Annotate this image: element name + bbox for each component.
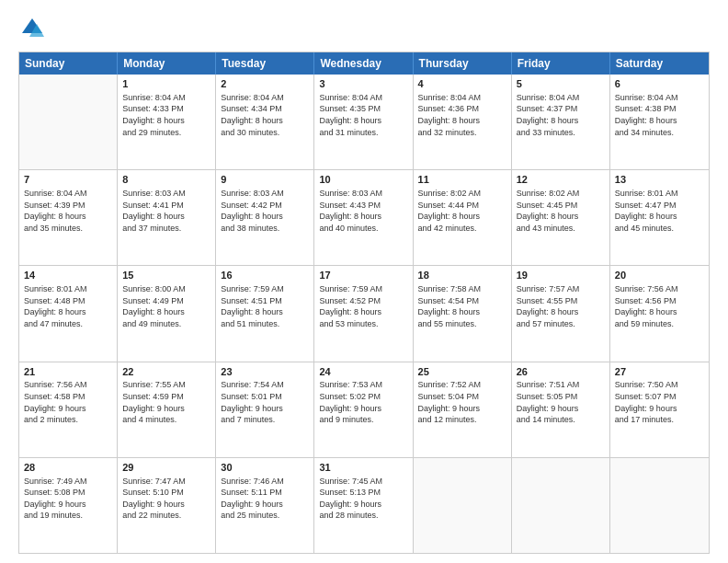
day-info: Sunrise: 7:45 AMSunset: 5:13 PMDaylight:… [319,476,407,522]
day-info: Sunrise: 7:52 AMSunset: 5:04 PMDaylight:… [418,379,506,425]
header [18,15,710,42]
calendar-row-2: 7Sunrise: 8:04 AMSunset: 4:39 PMDaylight… [19,169,709,265]
day-info: Sunrise: 8:03 AMSunset: 4:43 PMDaylight:… [319,188,407,234]
day-number: 31 [319,461,407,475]
day-number: 12 [517,173,605,187]
day-info: Sunrise: 8:04 AMSunset: 4:33 PMDaylight:… [122,92,210,138]
calendar-cell: 14Sunrise: 8:01 AMSunset: 4:48 PMDayligh… [19,266,118,361]
calendar-cell: 18Sunrise: 7:58 AMSunset: 4:54 PMDayligh… [414,266,512,361]
day-info: Sunrise: 8:04 AMSunset: 4:39 PMDaylight:… [24,188,112,234]
calendar-cell: 29Sunrise: 7:47 AMSunset: 5:10 PMDayligh… [118,458,216,553]
calendar-body: 1Sunrise: 8:04 AMSunset: 4:33 PMDaylight… [19,75,709,553]
calendar-cell: 10Sunrise: 8:03 AMSunset: 4:43 PMDayligh… [314,170,413,265]
calendar-cell: 7Sunrise: 8:04 AMSunset: 4:39 PMDaylight… [19,170,118,265]
day-number: 8 [122,173,210,187]
header-day-friday: Friday [512,52,610,75]
day-info: Sunrise: 7:53 AMSunset: 5:02 PMDaylight:… [319,379,407,425]
calendar-cell: 20Sunrise: 7:56 AMSunset: 4:56 PMDayligh… [610,266,709,361]
logo [18,15,50,42]
header-day-sunday: Sunday [19,52,118,75]
day-info: Sunrise: 7:55 AMSunset: 4:59 PMDaylight:… [122,379,210,425]
calendar-cell: 26Sunrise: 7:51 AMSunset: 5:05 PMDayligh… [512,362,610,457]
header-day-thursday: Thursday [414,52,512,75]
day-info: Sunrise: 7:46 AMSunset: 5:11 PMDaylight:… [221,476,309,522]
calendar-cell: 23Sunrise: 7:54 AMSunset: 5:01 PMDayligh… [216,362,314,457]
calendar-cell: 22Sunrise: 7:55 AMSunset: 4:59 PMDayligh… [118,362,216,457]
calendar-cell: 4Sunrise: 8:04 AMSunset: 4:36 PMDaylight… [414,75,512,169]
calendar-row-3: 14Sunrise: 8:01 AMSunset: 4:48 PMDayligh… [19,265,709,361]
day-info: Sunrise: 8:04 AMSunset: 4:34 PMDaylight:… [221,92,309,138]
day-info: Sunrise: 7:59 AMSunset: 4:52 PMDaylight:… [319,283,407,329]
day-number: 7 [24,173,112,187]
day-number: 1 [122,77,210,91]
day-info: Sunrise: 8:03 AMSunset: 4:41 PMDaylight:… [122,188,210,234]
day-number: 27 [615,365,704,379]
calendar-cell [512,458,610,553]
calendar-cell: 30Sunrise: 7:46 AMSunset: 5:11 PMDayligh… [216,458,314,553]
calendar-cell: 8Sunrise: 8:03 AMSunset: 4:41 PMDaylight… [118,170,216,265]
header-day-wednesday: Wednesday [314,52,413,75]
day-number: 28 [24,461,112,475]
calendar-cell: 25Sunrise: 7:52 AMSunset: 5:04 PMDayligh… [414,362,512,457]
day-number: 13 [615,173,704,187]
day-info: Sunrise: 8:04 AMSunset: 4:35 PMDaylight:… [319,92,407,138]
day-info: Sunrise: 7:50 AMSunset: 5:07 PMDaylight:… [615,379,704,425]
calendar-cell: 27Sunrise: 7:50 AMSunset: 5:07 PMDayligh… [610,362,709,457]
calendar-cell: 24Sunrise: 7:53 AMSunset: 5:02 PMDayligh… [314,362,413,457]
day-number: 14 [24,269,112,282]
day-number: 6 [615,77,704,91]
header-day-monday: Monday [118,52,216,75]
day-number: 15 [122,269,210,282]
day-number: 9 [221,173,309,187]
calendar-cell: 21Sunrise: 7:56 AMSunset: 4:58 PMDayligh… [19,362,118,457]
day-number: 19 [517,269,605,282]
day-number: 29 [122,461,210,475]
calendar-row-5: 28Sunrise: 7:49 AMSunset: 5:08 PMDayligh… [19,457,709,553]
day-number: 4 [418,77,506,91]
day-number: 16 [221,269,309,282]
day-info: Sunrise: 8:01 AMSunset: 4:48 PMDaylight:… [24,283,112,329]
day-number: 17 [319,269,407,282]
page: SundayMondayTuesdayWednesdayThursdayFrid… [0,0,728,563]
day-info: Sunrise: 8:02 AMSunset: 4:45 PMDaylight:… [517,188,605,234]
calendar-cell: 11Sunrise: 8:02 AMSunset: 4:44 PMDayligh… [414,170,512,265]
day-info: Sunrise: 8:01 AMSunset: 4:47 PMDaylight:… [615,188,704,234]
day-number: 21 [24,365,112,379]
day-info: Sunrise: 8:02 AMSunset: 4:44 PMDaylight:… [418,188,506,234]
calendar-cell: 28Sunrise: 7:49 AMSunset: 5:08 PMDayligh… [19,458,118,553]
calendar-cell: 3Sunrise: 8:04 AMSunset: 4:35 PMDaylight… [314,75,413,169]
calendar-cell: 9Sunrise: 8:03 AMSunset: 4:42 PMDaylight… [216,170,314,265]
day-info: Sunrise: 7:47 AMSunset: 5:10 PMDaylight:… [122,476,210,522]
calendar-cell: 16Sunrise: 7:59 AMSunset: 4:51 PMDayligh… [216,266,314,361]
day-number: 25 [418,365,506,379]
day-number: 30 [221,461,309,475]
day-info: Sunrise: 7:59 AMSunset: 4:51 PMDaylight:… [221,283,309,329]
calendar-cell: 17Sunrise: 7:59 AMSunset: 4:52 PMDayligh… [314,266,413,361]
calendar-header: SundayMondayTuesdayWednesdayThursdayFrid… [19,52,709,75]
day-number: 24 [319,365,407,379]
calendar-cell: 12Sunrise: 8:02 AMSunset: 4:45 PMDayligh… [512,170,610,265]
logo-icon [18,15,46,42]
day-info: Sunrise: 7:49 AMSunset: 5:08 PMDaylight:… [24,476,112,522]
calendar-cell: 19Sunrise: 7:57 AMSunset: 4:55 PMDayligh… [512,266,610,361]
calendar-cell: 31Sunrise: 7:45 AMSunset: 5:13 PMDayligh… [314,458,413,553]
day-number: 23 [221,365,309,379]
header-day-tuesday: Tuesday [216,52,314,75]
day-number: 10 [319,173,407,187]
calendar-cell: 15Sunrise: 8:00 AMSunset: 4:49 PMDayligh… [118,266,216,361]
calendar: SundayMondayTuesdayWednesdayThursdayFrid… [18,52,710,554]
calendar-row-4: 21Sunrise: 7:56 AMSunset: 4:58 PMDayligh… [19,362,709,457]
day-number: 3 [319,77,407,91]
day-info: Sunrise: 7:56 AMSunset: 4:58 PMDaylight:… [24,379,112,425]
day-info: Sunrise: 8:03 AMSunset: 4:42 PMDaylight:… [221,188,309,234]
day-info: Sunrise: 7:51 AMSunset: 5:05 PMDaylight:… [517,379,605,425]
day-info: Sunrise: 8:04 AMSunset: 4:38 PMDaylight:… [615,92,704,138]
calendar-cell [610,458,709,553]
day-info: Sunrise: 8:04 AMSunset: 4:36 PMDaylight:… [418,92,506,138]
calendar-row-1: 1Sunrise: 8:04 AMSunset: 4:33 PMDaylight… [19,75,709,169]
day-number: 2 [221,77,309,91]
calendar-cell: 6Sunrise: 8:04 AMSunset: 4:38 PMDaylight… [610,75,709,169]
day-number: 5 [517,77,605,91]
calendar-cell: 13Sunrise: 8:01 AMSunset: 4:47 PMDayligh… [610,170,709,265]
day-number: 18 [418,269,506,282]
